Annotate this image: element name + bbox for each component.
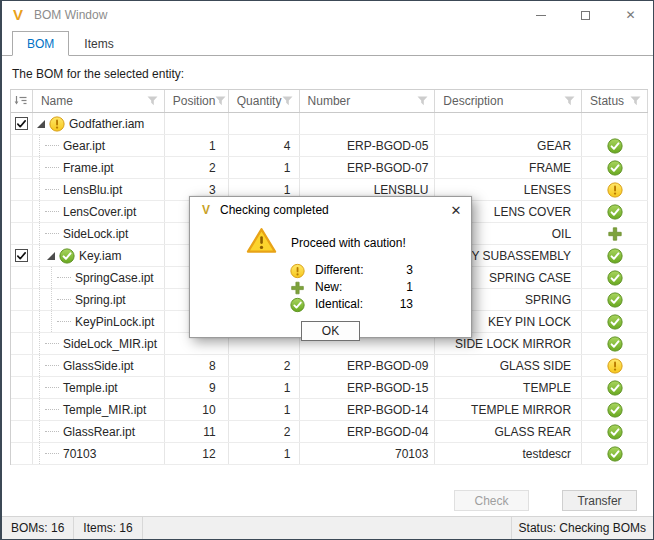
column-header-description[interactable]: Description	[435, 90, 582, 112]
filter-icon[interactable]	[215, 96, 226, 106]
stat-value: 3	[387, 263, 413, 277]
tab-items[interactable]: Items	[69, 31, 128, 56]
dialog-stat-row: Different:3	[290, 262, 471, 278]
quantity-value: 1	[284, 381, 291, 395]
cell-status	[582, 399, 648, 420]
bom-window: V BOM Window ✕ BOM Items The BOM for the…	[0, 0, 654, 540]
grid-header: NamePositionQuantityNumberDescriptionSta…	[11, 90, 648, 113]
check-icon	[290, 297, 305, 312]
position-value: 8	[209, 359, 216, 373]
cell-position: 2	[165, 157, 229, 178]
cell-quantity: 2	[229, 421, 300, 442]
row-checkbox-cell	[11, 113, 33, 134]
tree-guide	[51, 267, 52, 288]
tree-connector	[45, 145, 59, 146]
description-value: testdescr	[522, 447, 571, 461]
tab-strip: BOM Items	[2, 29, 653, 56]
tree-node: KeyPinLock.ipt	[57, 315, 154, 329]
column-header-name[interactable]: Name	[33, 90, 165, 112]
check-status-icon	[607, 270, 623, 286]
table-row[interactable]: Gear.ipt14ERP-BGOD-05GEAR	[11, 135, 648, 157]
check-button[interactable]: Check	[454, 490, 529, 511]
row-checkbox-cell	[11, 399, 33, 420]
expander-icon[interactable]	[37, 120, 45, 128]
column-header-label: Number	[308, 94, 351, 108]
description-value: SIDE LOCK MIRROR	[455, 337, 571, 351]
warning-triangle-icon	[246, 227, 277, 254]
filter-icon[interactable]	[630, 96, 641, 106]
position-value: 12	[202, 447, 215, 461]
table-row[interactable]: Frame.ipt21ERP-BGOD-07FRAME	[11, 157, 648, 179]
column-header-position[interactable]: Position	[165, 90, 229, 112]
stat-label: Different:	[315, 263, 387, 277]
transfer-button[interactable]: Transfer	[562, 490, 637, 511]
tree-connector	[45, 387, 59, 388]
column-header-label: Status	[590, 94, 624, 108]
maximize-button[interactable]	[563, 1, 608, 29]
check-status-icon	[607, 138, 623, 154]
row-checkbox[interactable]	[15, 249, 28, 262]
filter-icon[interactable]	[564, 96, 575, 106]
row-checkbox[interactable]	[15, 117, 28, 130]
dialog-logo-icon: V	[199, 203, 213, 217]
table-row[interactable]: GlassRear.ipt112ERP-BGOD-04GLASS REAR	[11, 421, 648, 443]
tree-guide	[39, 443, 40, 464]
number-value: ERP-BGOD-07	[347, 161, 428, 175]
cell-position: 8	[165, 355, 229, 376]
collapse-rows-icon	[14, 95, 28, 107]
row-checkbox-cell	[11, 245, 33, 266]
ok-button[interactable]: OK	[301, 321, 360, 341]
column-header-status[interactable]: Status	[582, 90, 648, 112]
tree-connector	[45, 189, 59, 190]
expander-icon[interactable]	[47, 252, 55, 260]
filter-icon[interactable]	[417, 96, 428, 106]
statusbar-status-text: Status: Checking BOMs	[511, 517, 653, 539]
item-name: Temple.ipt	[63, 381, 118, 395]
position-value: 1	[209, 139, 216, 153]
description-value: LENS COVER	[494, 205, 571, 219]
item-name: Temple_MIR.ipt	[63, 403, 146, 417]
item-name: LensBlu.ipt	[63, 183, 122, 197]
filter-icon[interactable]	[147, 96, 158, 106]
cell-position: 11	[165, 421, 229, 442]
item-name-cell: GlassRear.ipt	[33, 421, 165, 442]
cell-quantity: 1	[229, 377, 300, 398]
item-name-cell: 70103	[33, 443, 165, 464]
cell-position: 10	[165, 399, 229, 420]
item-name-cell: KeyPinLock.ipt	[33, 311, 165, 332]
table-row[interactable]: Temple.ipt91ERP-BGOD-15TEMPLE	[11, 377, 648, 399]
column-header-number[interactable]: Number	[300, 90, 436, 112]
column-header-quantity[interactable]: Quantity	[229, 90, 300, 112]
description-value: LENSES	[524, 183, 571, 197]
row-checkbox-cell	[11, 267, 33, 288]
cell-number: ERP-BGOD-07	[300, 157, 436, 178]
tree-node: SideLock.ipt	[45, 227, 128, 241]
table-row[interactable]: 7010312170103testdescr	[11, 443, 648, 465]
table-row[interactable]: Godfather.iam	[11, 113, 648, 135]
row-checkbox-cell	[11, 289, 33, 310]
quantity-value: 4	[284, 139, 291, 153]
title-bar: V BOM Window ✕	[2, 1, 653, 29]
table-row[interactable]: GlassSide.ipt82ERP-BGOD-09GLASS SIDE	[11, 355, 648, 377]
check-status-icon	[607, 336, 623, 352]
cell-description: TEMPLE	[435, 377, 582, 398]
cell-number: ERP-BGOD-14	[300, 399, 436, 420]
table-row[interactable]: Temple_MIR.ipt101ERP-BGOD-14TEMPLE MIRRO…	[11, 399, 648, 421]
description-value: GEAR	[537, 139, 571, 153]
tab-bom[interactable]: BOM	[12, 31, 69, 56]
check-status-icon	[607, 292, 623, 308]
filter-icon[interactable]	[282, 96, 293, 106]
close-button[interactable]: ✕	[608, 1, 653, 29]
cell-number: 70103	[300, 443, 436, 464]
collapse-all-header-cell[interactable]	[11, 90, 33, 112]
tree-node: Key.iam	[47, 248, 121, 264]
cell-position: 1	[165, 135, 229, 156]
item-name: 70103	[63, 447, 96, 461]
tree-guide	[39, 179, 40, 200]
minimize-button[interactable]	[518, 1, 563, 29]
tree-node: SpringCase.ipt	[57, 271, 154, 285]
dialog-close-button[interactable]: ✕	[441, 197, 471, 223]
tree-guide	[51, 289, 52, 310]
tree-node: SideLock_MIR.ipt	[45, 337, 157, 351]
check-icon	[59, 248, 75, 264]
